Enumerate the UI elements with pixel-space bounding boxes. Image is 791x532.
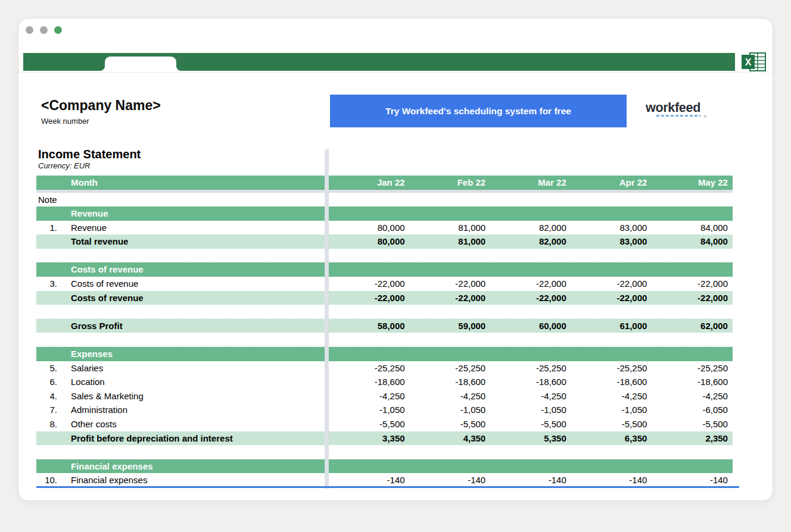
row-number: 1. — [36, 221, 57, 235]
value-cell: -22,000 — [652, 277, 733, 291]
browser-tab[interactable] — [105, 57, 176, 71]
workfeed-logo-text: workfeed — [646, 101, 708, 115]
value-cell: -18,600 — [571, 375, 652, 389]
value-cell: -5,500 — [652, 417, 733, 431]
row-label: Total revenue — [71, 234, 128, 249]
value-cell — [652, 262, 733, 277]
row-number — [36, 347, 57, 361]
value-cell — [490, 206, 571, 221]
data-row: 6.Location-18,600-18,600-18,600-18,600-1… — [36, 375, 733, 389]
value-cell: -25,250 — [490, 361, 571, 375]
value-cell — [410, 347, 491, 361]
value-cell: -22,000 — [490, 291, 571, 305]
row-label: Revenue — [71, 221, 107, 235]
row-label: Costs of revenue — [71, 262, 144, 277]
company-name: <Company Name> — [41, 98, 161, 114]
value-cell: -22,000 — [490, 277, 571, 291]
row-label: Other costs — [71, 417, 117, 431]
row-number — [36, 431, 57, 446]
month-col-header: Mar 22 — [490, 176, 571, 190]
value-cell: -140 — [490, 473, 571, 487]
value-cell — [410, 206, 491, 221]
value-cell: -140 — [410, 473, 491, 487]
value-cell — [329, 347, 410, 361]
value-cell: -5,500 — [490, 417, 571, 431]
value-cell — [571, 459, 652, 474]
workfeed-logo[interactable]: workfeed ® — [646, 101, 708, 117]
row-label: Costs of revenue — [71, 277, 138, 291]
section-row: Financial expenses — [36, 459, 733, 474]
data-row: 5.Salaries-25,250-25,250-25,250-25,250-2… — [36, 361, 733, 375]
value-cell: -5,500 — [329, 417, 410, 431]
total-row: Gross Profit58,00059,00060,00061,00062,0… — [36, 319, 733, 333]
value-cell: -25,250 — [571, 361, 652, 375]
value-cell — [329, 262, 410, 277]
value-cell: 2,350 — [652, 431, 733, 446]
value-cell: -22,000 — [329, 277, 410, 291]
value-cell: -1,050 — [329, 403, 410, 417]
total-row: Profit before depreciation and interest3… — [36, 431, 733, 446]
value-cell: 82,000 — [490, 234, 571, 249]
value-cell: -4,250 — [571, 389, 652, 403]
value-cell: -4,250 — [490, 389, 571, 403]
row-number: 6. — [36, 375, 57, 389]
row-number — [36, 234, 57, 249]
table-rows: Revenue1.Revenue80,00081,00082,00083,000… — [36, 206, 733, 487]
cta-button[interactable]: Try Workfeed's scheduling system for fre… — [330, 95, 627, 127]
value-cell: -1,050 — [571, 403, 652, 417]
row-label: Salaries — [71, 361, 103, 375]
month-col-header: Apr 22 — [571, 176, 652, 190]
selection-bottom-border — [36, 486, 739, 488]
value-cell — [571, 206, 652, 221]
row-label: Financial expenses — [71, 473, 147, 487]
value-cell — [571, 347, 652, 361]
value-cell: -22,000 — [410, 277, 491, 291]
row-number — [36, 206, 57, 221]
gap-row — [36, 305, 733, 319]
value-cell: 62,000 — [652, 319, 733, 333]
value-cell: -22,000 — [652, 291, 733, 305]
value-cell: -18,600 — [329, 375, 410, 389]
svg-text:X: X — [745, 57, 752, 67]
window-dot-2[interactable] — [40, 26, 48, 34]
value-cell: -18,600 — [652, 375, 733, 389]
value-cell — [571, 262, 652, 277]
value-cell: -5,500 — [571, 417, 652, 431]
value-cell: -18,600 — [490, 375, 571, 389]
section-row: Costs of revenue — [36, 262, 733, 277]
value-cell: -140 — [652, 473, 733, 487]
section-row: Revenue — [36, 206, 733, 221]
month-header-label: Month — [71, 176, 98, 190]
value-cell: 3,350 — [329, 431, 410, 446]
value-cell — [329, 459, 410, 474]
value-cell: 81,000 — [410, 234, 491, 249]
value-cell — [652, 206, 733, 221]
data-row: 10.Financial expenses-140-140-140-140-14… — [36, 473, 733, 487]
value-cell — [490, 262, 571, 277]
data-row: 1.Revenue80,00081,00082,00083,00084,000 — [36, 221, 733, 235]
value-cell — [652, 347, 733, 361]
window-dot-1[interactable] — [26, 26, 33, 34]
top-green-bar — [23, 53, 735, 71]
company-header: <Company Name> Week number — [41, 98, 161, 126]
row-number — [36, 319, 57, 333]
note-label: Note — [38, 193, 57, 206]
value-cell — [652, 459, 733, 474]
note-row: Note — [36, 193, 733, 206]
row-number: 10. — [36, 473, 57, 487]
income-statement-table: Month Jan 22Feb 22Mar 22Apr 22May 22 Not… — [36, 176, 733, 487]
row-number: 3. — [36, 277, 57, 291]
value-cell: 5,350 — [490, 431, 571, 446]
value-cell: 83,000 — [571, 221, 652, 235]
value-cell: 59,000 — [410, 319, 491, 333]
excel-icon[interactable]: X — [740, 51, 768, 73]
value-cell: 80,000 — [329, 234, 410, 249]
window-dot-3[interactable] — [54, 26, 62, 34]
month-col-header: Feb 22 — [410, 176, 491, 190]
value-cell: 84,000 — [652, 234, 733, 249]
section-row: Expenses — [36, 347, 733, 361]
value-cell: -140 — [329, 473, 410, 487]
row-label: Gross Profit — [71, 319, 123, 333]
value-cell: -140 — [571, 473, 652, 487]
total-row: Total revenue80,00081,00082,00083,00084,… — [36, 234, 733, 249]
